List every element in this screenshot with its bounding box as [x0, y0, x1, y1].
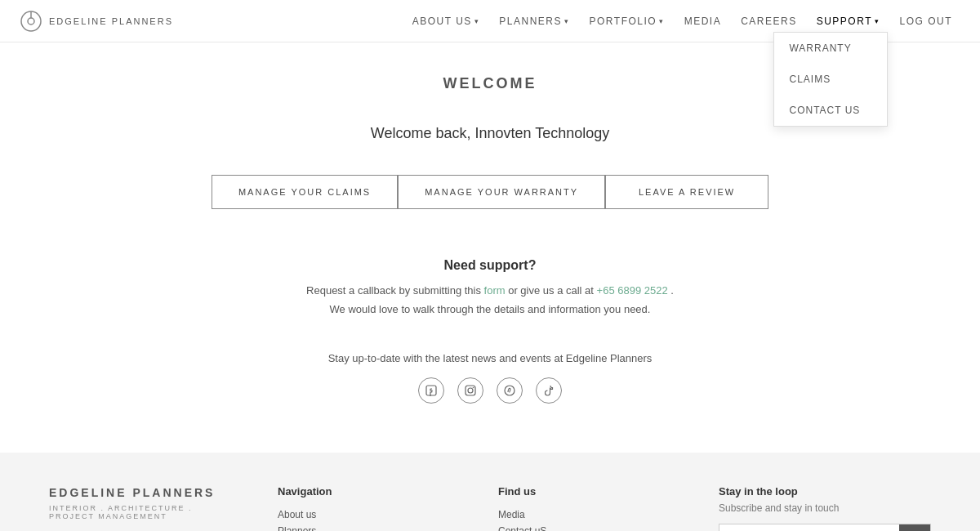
- caret-icon: ▾: [875, 17, 880, 25]
- dropdown-item-contact[interactable]: CONTACT US: [774, 95, 887, 126]
- support-text-before: Request a callback by submitting this: [306, 284, 484, 297]
- nav-item-portfolio: PORTFOLIO ▾: [581, 11, 673, 32]
- footer-nav-title: Navigation: [278, 485, 449, 498]
- brand-name: EDGELINE PLANNERS: [49, 16, 173, 26]
- facebook-icon[interactable]: [418, 377, 444, 404]
- social-icons: [16, 377, 964, 404]
- nav-link-support[interactable]: SUPPORT ▾: [808, 11, 889, 32]
- svg-point-6: [473, 386, 474, 388]
- support-text: Request a callback by submitting this fo…: [16, 281, 964, 319]
- tiktok-icon[interactable]: [536, 377, 562, 404]
- dropdown-item-claims[interactable]: CLAIMS: [774, 64, 887, 95]
- footer-link-about[interactable]: About us: [278, 509, 449, 520]
- footer-find-col: Find us Media Contact uS Make an appoint…: [498, 485, 670, 531]
- footer-link-media[interactable]: Media: [498, 509, 670, 520]
- brand-logo-link[interactable]: EDGELINE PLANNERS: [20, 10, 173, 33]
- instagram-icon[interactable]: [457, 377, 483, 404]
- manage-claims-button[interactable]: MANAGE YOUR CLAIMS: [212, 175, 398, 209]
- svg-rect-4: [466, 386, 475, 395]
- support-text-middle: or give us a call at: [506, 284, 597, 297]
- welcome-subheading: Welcome back, Innovten Technology: [16, 125, 964, 142]
- dropdown-item-warranty[interactable]: WARRANTY: [774, 33, 887, 64]
- support-dropdown: WARRANTY CLAIMS CONTACT US: [773, 32, 888, 127]
- caret-icon: ▾: [474, 17, 480, 25]
- caret-icon: ▾: [659, 17, 665, 25]
- footer-brand: EDGELINE PLANNERS INTERIOR . ARCHITECTUR…: [49, 485, 229, 521]
- pinterest-icon[interactable]: [497, 377, 523, 404]
- support-form-link[interactable]: form: [484, 284, 506, 297]
- nav-item-support: SUPPORT ▾ WARRANTY CLAIMS CONTACT US: [808, 11, 889, 32]
- footer-subscribe-subtitle: Subscribe and stay in touch: [719, 502, 931, 514]
- subscribe-form: ►: [719, 524, 931, 531]
- support-phone-link[interactable]: +65 6899 2522: [597, 284, 668, 297]
- support-text-after: .: [668, 284, 674, 297]
- subscribe-button[interactable]: ►: [899, 524, 930, 531]
- navbar: EDGELINE PLANNERS ABOUT US ▾ PLANNERS ▾ …: [0, 0, 980, 42]
- nav-link-careers[interactable]: CAREERS: [733, 11, 805, 32]
- nav-link-media[interactable]: MEDIA: [676, 11, 730, 32]
- nav-link-planners[interactable]: PLANNERS ▾: [491, 11, 577, 32]
- support-title: Need support?: [16, 258, 964, 273]
- nav-item-logout: LOG OUT: [891, 11, 960, 32]
- nav-item-careers: CAREERS: [733, 11, 805, 32]
- email-input[interactable]: [719, 524, 899, 531]
- brand-logo-icon: [20, 10, 42, 33]
- footer-nav-col: Navigation About us Planners Portfolio: [278, 485, 449, 531]
- support-line2: We would love to walk through the detail…: [330, 303, 651, 315]
- nav-item-planners: PLANNERS ▾: [491, 11, 577, 32]
- nav-item-about: ABOUT US ▾: [404, 11, 488, 32]
- svg-point-7: [505, 386, 514, 395]
- nav-links: ABOUT US ▾ PLANNERS ▾ PORTFOLIO ▾ MEDIA …: [404, 11, 960, 32]
- nav-item-media: MEDIA: [676, 11, 730, 32]
- leave-review-button[interactable]: LEAVE A REVIEW: [605, 175, 768, 209]
- footer-brand-name: EDGELINE PLANNERS: [49, 485, 229, 502]
- svg-point-1: [28, 18, 34, 25]
- nav-link-about[interactable]: ABOUT US ▾: [404, 11, 488, 32]
- footer-subscribe-col: Stay in the loop Subscribe and stay in t…: [719, 485, 931, 531]
- footer-subscribe-title: Stay in the loop: [719, 485, 931, 498]
- footer: EDGELINE PLANNERS INTERIOR . ARCHITECTUR…: [0, 453, 980, 531]
- caret-icon: ▾: [564, 17, 570, 25]
- social-section: Stay up-to-date with the latest news and…: [16, 352, 964, 404]
- nav-link-logout[interactable]: LOG OUT: [891, 11, 960, 32]
- social-text: Stay up-to-date with the latest news and…: [16, 352, 964, 364]
- support-section: Need support? Request a callback by subm…: [16, 258, 964, 319]
- action-buttons: MANAGE YOUR CLAIMS MANAGE YOUR WARRANTY …: [16, 175, 964, 209]
- manage-warranty-button[interactable]: MANAGE YOUR WARRANTY: [398, 175, 605, 209]
- nav-link-portfolio[interactable]: PORTFOLIO ▾: [581, 11, 673, 32]
- footer-link-contact[interactable]: Contact uS: [498, 525, 670, 531]
- footer-brand-tagline: INTERIOR . ARCHITECTURE . PROJECT MANAGE…: [49, 504, 229, 520]
- footer-link-planners[interactable]: Planners: [278, 525, 449, 531]
- footer-find-title: Find us: [498, 485, 670, 498]
- svg-point-5: [468, 388, 473, 393]
